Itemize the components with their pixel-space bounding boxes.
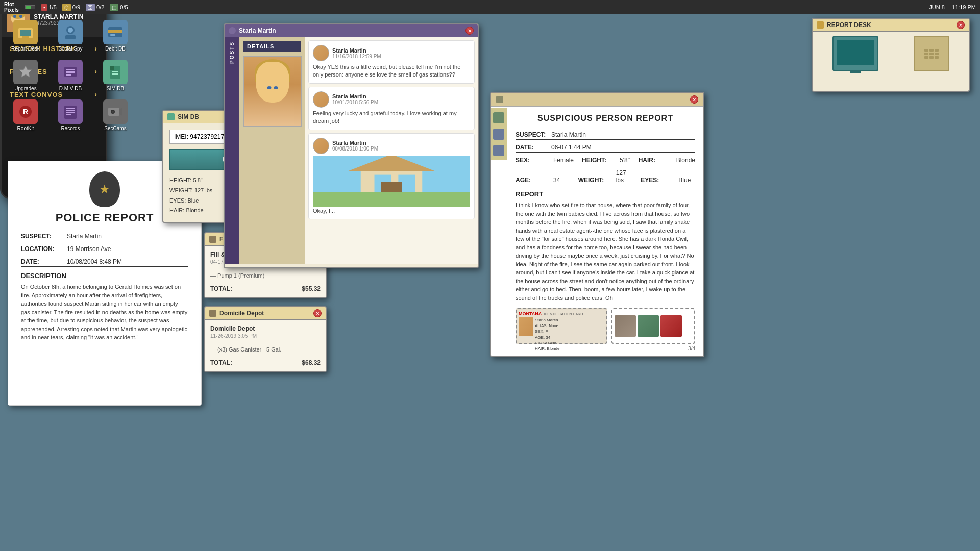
receipt-2-close-button[interactable]: ✕: [313, 309, 322, 317]
sus-id-card: MONTANA IDENTIFICATION CARD Starla Marti…: [516, 308, 607, 344]
stat-pills: ▪ 1/5 ⬡ 0/9 ⚿ 0/2 ◫ 0/5: [41, 4, 128, 11]
socialspy-titlebar[interactable]: Starla Martin ✕: [225, 24, 478, 37]
sus-id-alias: ALIAS: None: [535, 323, 559, 329]
sus-age-item: AGE: 34: [516, 169, 570, 185]
icon-records[interactable]: Records: [50, 97, 91, 133]
sus-sex-label: SEX:: [516, 157, 551, 164]
svg-rect-13: [66, 74, 71, 76]
icon-report-desk[interactable]: Report Desk: [5, 18, 46, 54]
receipt-2-total-value: $68.32: [302, 359, 321, 366]
report-desk-titlebar[interactable]: REPORT DESK ✕: [813, 19, 969, 32]
icon-seccams[interactable]: SecCams: [95, 97, 136, 133]
post-author-3: Starla Martin: [332, 140, 378, 146]
socialspy-window: Starla Martin ✕ POSTS DETAILS: [224, 23, 479, 268]
sus-eyes-value: Blue: [678, 177, 695, 184]
police-suspect-label: SUSPECT:: [21, 233, 67, 240]
receipt-2-window: Domicile Depot ✕ Domicile Depot 11-26-20…: [204, 306, 327, 372]
key-8: [929, 56, 934, 59]
sus-physical-row1: SEX: Female HEIGHT: 5'8" HAIR: Blonde: [516, 157, 695, 165]
posts-content: Starla Martin 11/16/2018 12:59 PM Okay Y…: [305, 37, 478, 264]
receipt-1-total: TOTAL: $55.32: [210, 285, 321, 292]
face-shape: [256, 62, 289, 103]
icon-label-records: Records: [61, 126, 80, 131]
suspicious-title-icon: [496, 96, 503, 103]
sus-suspect-row: SUSPECT: Starla Martin: [516, 131, 695, 140]
post-header-1: Starla Martin 11/16/2018 12:59 PM: [313, 45, 470, 61]
svg-rect-35: [381, 182, 402, 192]
icon-label-report-desk: Report Desk: [11, 46, 40, 52]
sus-icon-3: [493, 145, 504, 156]
desk-phone-icon: [914, 36, 949, 71]
receipt-2-divider: [210, 343, 321, 343]
icon-sim-db[interactable]: SIM DB: [95, 58, 136, 93]
post-avatar-3: [313, 138, 329, 154]
svg-rect-16: [112, 71, 118, 72]
post-item-2: Starla Martin 10/01/2018 5:56 PM Feeling…: [308, 87, 475, 130]
police-description-text: On October 8th, a home belonging to Gera…: [21, 283, 188, 342]
receipt-1-total-value: $55.32: [302, 285, 321, 292]
sus-sex-item: SEX: Female: [516, 157, 574, 165]
post-text-3: Okay, I...: [313, 207, 470, 215]
key-5: [929, 53, 934, 55]
computer-screen: [837, 40, 874, 65]
icon-debit-db[interactable]: Debit DB: [95, 18, 136, 54]
suspicious-titlebar[interactable]: ✕: [491, 93, 703, 107]
sus-weight-value: 127 lbs: [616, 169, 633, 184]
receipt-2-total: TOTAL: $68.32: [210, 359, 321, 366]
sus-id-photo: [519, 317, 533, 336]
svg-rect-7: [108, 30, 122, 33]
suspicious-report-window: ✕ SUSPICIOUS PERSON REPORT SUSPECT: Star…: [490, 92, 704, 357]
post-date-3: 08/08/2018 1:00 PM: [332, 146, 378, 152]
icon-upgrades[interactable]: Upgrades: [5, 58, 46, 93]
svg-marker-15: [110, 66, 114, 70]
key-6: [935, 53, 939, 55]
posts-tab-label[interactable]: POSTS: [229, 41, 235, 64]
sus-eyes-label: EYES:: [641, 177, 676, 184]
key-2: [929, 49, 934, 52]
sus-id-details: Starla Martin ALIAS: None SEX: F AGE: 34…: [535, 317, 559, 352]
police-location-field: LOCATION: 19 Morrison Ave: [21, 245, 188, 254]
svg-rect-23: [66, 112, 75, 113]
computer-base: [850, 70, 861, 73]
socialspy-sidebar: POSTS: [225, 37, 239, 264]
svg-marker-9: [19, 66, 32, 77]
svg-rect-8: [110, 34, 115, 36]
receipt-2-content: Domicile Depot 11-26-2019 3:05 PM — (x3)…: [205, 320, 326, 371]
sus-sex-value: Female: [553, 157, 574, 164]
post-avatar-2: [313, 91, 329, 108]
icon-dmv-db[interactable]: D.M.V DB: [50, 58, 91, 93]
sus-height-label: HEIGHT:: [582, 157, 618, 164]
sus-id-state: MONTANA: [519, 311, 542, 316]
sus-suspect-label: SUSPECT:: [516, 131, 551, 138]
key-9: [935, 56, 939, 59]
svg-rect-22: [66, 110, 75, 111]
svg-rect-2: [22, 36, 29, 38]
report-desk-close-button[interactable]: ✕: [957, 21, 965, 29]
sus-evidence-images: MONTANA IDENTIFICATION CARD Starla Marti…: [516, 308, 695, 344]
post-author-1: Starla Martin: [332, 47, 381, 54]
eye-left: [267, 86, 271, 89]
sus-height-value: 5'8": [620, 157, 630, 164]
svg-rect-1: [20, 30, 31, 36]
taskbar: Riot Pixels ▪ 1/5 ⬡ 0/9 ⚿ 0/2 ◫ 0/5 JUN …: [0, 0, 980, 14]
sus-id-sex: SEX: F: [535, 329, 559, 334]
sus-id-eyes: EYES: Blue: [535, 340, 559, 346]
icon-rootkit[interactable]: R RootKit: [5, 97, 46, 133]
sus-report-body: I think I know who set fire to that hous…: [516, 201, 695, 302]
report-desk-content: [813, 32, 969, 76]
icon-social-spy[interactable]: Social Spy: [50, 18, 91, 54]
socialspy-close-button[interactable]: ✕: [465, 27, 474, 35]
sus-weight-item: WEIGHT: 127 lbs: [578, 169, 633, 185]
sus-id-card-type: IDENTIFICATION CARD: [544, 312, 583, 316]
receipt-2-titlebar[interactable]: Domicile Depot ✕: [205, 307, 326, 320]
sus-suspect-value: Starla Martin: [551, 131, 695, 138]
post-item-1: Starla Martin 11/16/2018 12:59 PM Okay Y…: [308, 40, 475, 84]
sus-icon-1: [493, 112, 504, 123]
socialspy-title: Starla Martin: [229, 27, 276, 34]
desk-computer-icon: [832, 36, 878, 71]
receipt-2-total-label: TOTAL:: [210, 359, 232, 366]
post-avatar-1: [313, 45, 329, 61]
sus-photo-evidence: [611, 308, 695, 344]
post-date-2: 10/01/2018 5:56 PM: [332, 99, 378, 105]
suspicious-close-button[interactable]: ✕: [690, 95, 698, 104]
